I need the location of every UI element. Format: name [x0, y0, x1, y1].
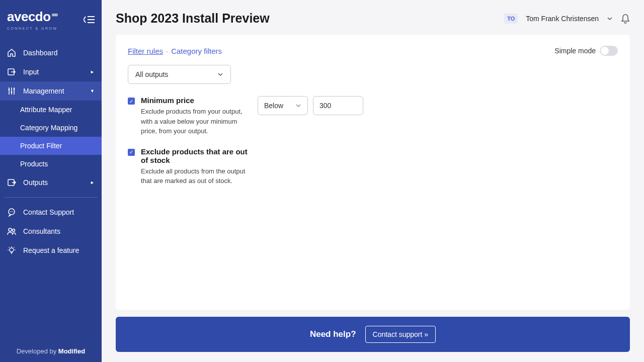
- simple-mode-control: Simple mode: [554, 46, 618, 56]
- chevron-down-icon: [295, 103, 301, 109]
- nav-label: Attribute Mapper: [20, 106, 72, 114]
- filter-title: Exclude products that are out of stock: [141, 147, 252, 164]
- svg-point-1: [9, 89, 10, 90]
- simple-mode-label: Simple mode: [554, 47, 596, 55]
- nav-label: Dashboard: [23, 49, 58, 57]
- svg-point-3: [14, 88, 15, 90]
- nav-label: Products: [20, 160, 48, 168]
- footer-prefix: Developed by: [17, 347, 58, 355]
- filter-text: Exclude products that are out of stock E…: [141, 147, 252, 186]
- sidebar-item-products[interactable]: Products: [0, 155, 102, 173]
- nav-label: Product Filter: [20, 142, 62, 150]
- topbar: Shop 2023 Install Preview TO Tom Frank C…: [102, 0, 644, 35]
- sidebar-item-outputs[interactable]: Outputs ►: [0, 173, 102, 192]
- filter-desc: Exclude products from your output, with …: [141, 107, 252, 136]
- sliders-icon: [7, 86, 16, 96]
- sidebar-footer: Developed by Modified: [0, 340, 102, 362]
- simple-mode-toggle[interactable]: [600, 46, 618, 56]
- svg-point-11: [10, 248, 14, 252]
- nav-label: Contact Support: [23, 208, 74, 216]
- sidebar-item-product-filter[interactable]: Product Filter: [0, 137, 102, 155]
- collapse-sidebar-button[interactable]: [84, 15, 95, 24]
- sidebar-item-consultants[interactable]: Consultants: [0, 222, 102, 241]
- logo[interactable]: avecdo°°° CONNECT & GROW: [7, 9, 58, 30]
- minimum-price-value-input[interactable]: [313, 96, 363, 115]
- nav: Dashboard Input ► Management ▼ Attribute…: [0, 43, 102, 340]
- tab-filter-rules[interactable]: Filter rules: [128, 47, 163, 55]
- svg-point-9: [9, 228, 12, 231]
- svg-point-7: [11, 211, 12, 212]
- filter-desc: Exclude all products from the output tha…: [141, 166, 252, 186]
- sidebar-header: avecdo°°° CONNECT & GROW: [0, 0, 102, 34]
- chat-icon: [7, 208, 16, 217]
- notifications-button[interactable]: [621, 14, 630, 24]
- output-selector[interactable]: All outputs: [128, 65, 231, 84]
- input-icon: [7, 67, 16, 76]
- filter-controls: Below: [258, 96, 363, 115]
- user-menu-chevron[interactable]: [607, 16, 613, 22]
- nav-label: Outputs: [23, 178, 48, 187]
- tabs-row: Filter rules · Category filters Simple m…: [128, 46, 618, 56]
- nav-label: Request a feature: [23, 246, 79, 254]
- chevron-right-icon: ►: [90, 180, 95, 185]
- condition-value: Below: [264, 102, 283, 110]
- footer-brand: Modified: [58, 347, 85, 355]
- svg-point-2: [11, 92, 13, 93]
- chevron-down-icon: [607, 16, 613, 22]
- filter-out-of-stock: ✓ Exclude products that are out of stock…: [128, 147, 618, 186]
- user-initials-badge: TO: [504, 14, 518, 24]
- chevron-down-icon: ▼: [90, 88, 95, 94]
- page-title: Shop 2023 Install Preview: [116, 11, 270, 26]
- output-selector-value: All outputs: [135, 70, 168, 78]
- tab-separator: ·: [166, 47, 168, 55]
- logo-dots-icon: °°°: [52, 15, 57, 19]
- lightbulb-icon: [7, 246, 16, 255]
- svg-point-6: [10, 211, 11, 212]
- svg-point-10: [13, 229, 15, 232]
- nav-label: Management: [23, 87, 64, 95]
- help-text: Need help?: [310, 329, 356, 339]
- menu-collapse-icon: [84, 15, 95, 24]
- out-of-stock-checkbox[interactable]: ✓: [128, 149, 135, 156]
- filter-title: Minimum price: [141, 96, 252, 105]
- minimum-price-condition-select[interactable]: Below: [258, 96, 308, 115]
- sidebar-item-contact-support[interactable]: Contact Support: [0, 203, 102, 222]
- sidebar-item-category-mapping[interactable]: Category Mapping: [0, 119, 102, 137]
- nav-label: Category Mapping: [20, 124, 77, 132]
- sidebar: avecdo°°° CONNECT & GROW Dashboard Input…: [0, 0, 102, 362]
- chevron-down-icon: [217, 71, 223, 77]
- nav-label: Input: [23, 68, 39, 76]
- toggle-knob: [601, 47, 609, 55]
- chevron-right-icon: ►: [90, 69, 95, 74]
- output-icon: [7, 178, 16, 187]
- logo-tagline: CONNECT & GROW: [7, 27, 58, 30]
- contact-support-button[interactable]: Contact support »: [365, 326, 436, 343]
- sidebar-item-input[interactable]: Input ►: [0, 62, 102, 81]
- content: Filter rules · Category filters Simple m…: [102, 35, 644, 362]
- tab-links: Filter rules · Category filters: [128, 47, 222, 55]
- filter-card: Filter rules · Category filters Simple m…: [116, 35, 630, 310]
- sidebar-item-request-feature[interactable]: Request a feature: [0, 241, 102, 260]
- nav-label: Consultants: [23, 227, 60, 235]
- nav-divider: [4, 197, 98, 198]
- user-name: Tom Frank Christensen: [526, 15, 599, 23]
- help-bar: Need help? Contact support »: [116, 317, 630, 352]
- sidebar-item-attribute-mapper[interactable]: Attribute Mapper: [0, 101, 102, 119]
- home-icon: [7, 48, 16, 57]
- sidebar-item-management[interactable]: Management ▼: [0, 81, 102, 101]
- users-icon: [7, 227, 16, 236]
- logo-text: avecdo: [7, 9, 51, 25]
- filter-minimum-price: ✓ Minimum price Exclude products from yo…: [128, 96, 618, 136]
- minimum-price-checkbox[interactable]: ✓: [128, 98, 135, 105]
- user-area: TO Tom Frank Christensen: [504, 14, 630, 24]
- main: Shop 2023 Install Preview TO Tom Frank C…: [102, 0, 644, 362]
- filter-text: Minimum price Exclude products from your…: [141, 96, 252, 136]
- svg-point-8: [13, 211, 14, 212]
- bell-icon: [621, 14, 630, 24]
- tab-category-filters[interactable]: Category filters: [171, 47, 222, 55]
- sidebar-item-dashboard[interactable]: Dashboard: [0, 43, 102, 62]
